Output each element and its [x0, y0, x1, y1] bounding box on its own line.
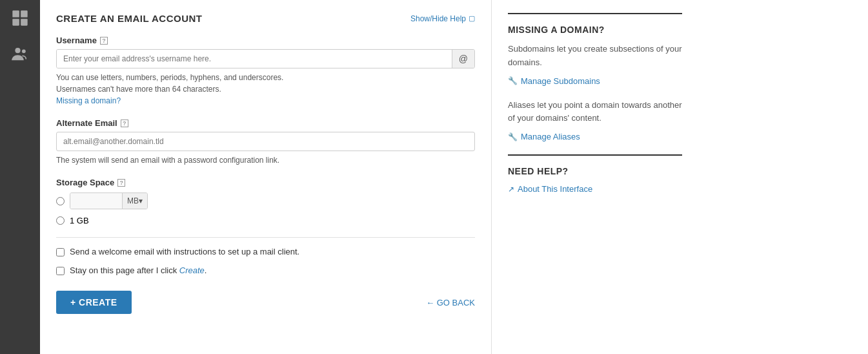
grid-icon[interactable] [8, 6, 32, 30]
welcome-email-checkbox[interactable] [56, 248, 65, 256]
subdomains-text: Subdomains let you create subsections of… [508, 43, 682, 70]
username-help-icon[interactable]: ? [100, 37, 108, 45]
storage-mb-row: MB▾ [56, 193, 475, 209]
svg-point-4 [15, 48, 20, 53]
create-button[interactable]: + CREATE [56, 291, 132, 314]
need-help-section: NEED HELP? ↗ About This Interface [508, 154, 682, 194]
svg-rect-2 [12, 19, 19, 25]
alternate-email-label: Alternate Email ? [56, 118, 475, 128]
aliases-text: Aliases let you point a domain towards a… [508, 99, 682, 126]
username-input[interactable] [57, 50, 452, 68]
storage-space-label: Storage Space ? [56, 178, 475, 187]
main-content: CREATE AN EMAIL ACCOUNT Show/Hide Help U… [40, 0, 868, 354]
storage-1gb-row: 1 GB [56, 216, 475, 225]
external-link-icon: ↗ [508, 185, 514, 194]
username-field-group: Username ? @ You can use letters, number… [56, 36, 475, 107]
svg-rect-0 [12, 10, 19, 17]
aliases-section: Aliases let you point a domain towards a… [508, 99, 682, 142]
help-panel: MISSING A DOMAIN? Subdomains let you cre… [492, 0, 698, 354]
missing-domain-heading: MISSING A DOMAIN? [508, 25, 682, 35]
alternate-email-input[interactable] [56, 132, 475, 151]
storage-help-icon[interactable]: ? [117, 179, 125, 187]
username-label: Username ? [56, 36, 475, 45]
manage-aliases-link[interactable]: 🔧 Manage Aliases [508, 132, 682, 141]
svg-point-5 [22, 49, 26, 53]
svg-rect-1 [21, 10, 27, 17]
help-divider-2 [508, 154, 682, 156]
users-icon[interactable] [8, 43, 32, 66]
storage-options: MB▾ 1 GB [56, 193, 475, 225]
username-input-wrap: @ [56, 49, 475, 68]
alternate-email-field-group: Alternate Email ? The system will send a… [56, 118, 475, 166]
storage-1gb-label: 1 GB [70, 216, 89, 225]
svg-rect-3 [21, 19, 27, 25]
missing-domain-section: MISSING A DOMAIN? Subdomains let you cre… [508, 13, 682, 86]
storage-mb-input[interactable] [70, 193, 122, 209]
storage-custom-radio[interactable] [56, 197, 65, 205]
action-bar: + CREATE ← GO BACK [56, 284, 475, 314]
about-interface-link[interactable]: ↗ About This Interface [508, 184, 682, 194]
form-panel: CREATE AN EMAIL ACCOUNT Show/Hide Help U… [40, 0, 492, 354]
welcome-email-label: Send a welcome email with instructions t… [70, 247, 299, 256]
form-title: CREATE AN EMAIL ACCOUNT [56, 13, 203, 24]
form-divider [56, 237, 475, 238]
alt-email-help-icon[interactable]: ? [121, 120, 128, 127]
need-help-heading: NEED HELP? [508, 166, 682, 176]
stay-on-page-label: Stay on this page after I click Create. [70, 266, 207, 275]
wrench-icon-2: 🔧 [508, 132, 518, 141]
storage-space-field-group: Storage Space ? MB▾ 1 GB [56, 178, 475, 225]
welcome-email-row: Send a welcome email with instructions t… [56, 247, 475, 256]
help-divider-1 [508, 13, 682, 14]
manage-subdomains-link[interactable]: 🔧 Manage Subdomains [508, 76, 682, 86]
username-hint: You can use letters, numbers, periods, h… [56, 72, 475, 107]
form-header: CREATE AN EMAIL ACCOUNT Show/Hide Help [56, 13, 475, 24]
sidebar [0, 0, 40, 354]
storage-1gb-radio[interactable] [56, 216, 65, 225]
storage-unit-dropdown[interactable]: MB▾ [122, 193, 147, 209]
stay-on-page-row: Stay on this page after I click Create. [56, 266, 475, 275]
alt-email-hint: The system will send an email with a pas… [56, 154, 475, 166]
create-link[interactable]: Create [179, 266, 205, 275]
wrench-icon-1: 🔧 [508, 76, 518, 85]
storage-mb-wrap: MB▾ [70, 193, 148, 209]
at-button[interactable]: @ [452, 50, 474, 68]
show-hide-help-link[interactable]: Show/Hide Help [410, 14, 475, 23]
missing-domain-link[interactable]: Missing a domain? [56, 96, 121, 105]
stay-on-page-checkbox[interactable] [56, 267, 65, 275]
go-back-link[interactable]: ← GO BACK [426, 298, 475, 307]
